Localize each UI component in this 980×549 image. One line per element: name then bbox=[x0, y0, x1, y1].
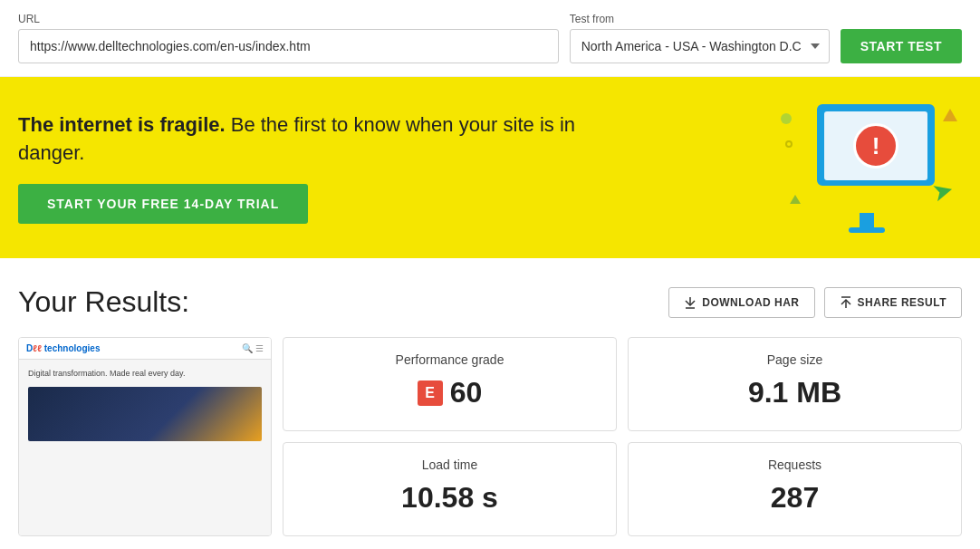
banner-headline: The internet is fragile. Be the first to… bbox=[18, 111, 634, 168]
grade-number: 60 bbox=[450, 376, 483, 409]
url-field-group: URL bbox=[18, 13, 559, 63]
requests-cell: Requests 287 bbox=[628, 442, 962, 536]
share-result-label: SHARE RESULT bbox=[858, 296, 946, 309]
performance-grade-cell: Performance grade E 60 bbox=[283, 337, 617, 431]
deco-triangle bbox=[943, 109, 957, 121]
url-label: URL bbox=[18, 13, 559, 25]
monitor-body: ! bbox=[817, 104, 935, 186]
load-time-value: 10.58 s bbox=[401, 481, 498, 515]
test-from-field-group: Test from North America - USA - Washingt… bbox=[570, 13, 830, 63]
download-icon bbox=[684, 296, 697, 309]
banner-illustration: ! ➤ bbox=[781, 104, 962, 231]
results-title: Your Results: bbox=[18, 285, 189, 319]
test-from-label: Test from bbox=[570, 13, 830, 25]
results-grid: Dℓℓ technologies 🔍 ☰ Digital transformat… bbox=[18, 337, 962, 536]
download-har-label: DOWNLOAD HAR bbox=[702, 296, 799, 309]
results-section: Your Results: DOWNLOAD HAR SHARE RESULT bbox=[0, 258, 980, 549]
results-header: Your Results: DOWNLOAD HAR SHARE RESULT bbox=[18, 285, 962, 319]
warning-icon: ! bbox=[853, 123, 898, 169]
banner-headline-bold: The internet is fragile. bbox=[18, 113, 226, 136]
mockup-body: Digital transformation. Made real every … bbox=[19, 360, 271, 535]
mockup-icons: 🔍 ☰ bbox=[242, 343, 264, 353]
monitor-stand bbox=[860, 213, 874, 227]
monitor-illustration: ! ➤ bbox=[808, 104, 953, 213]
requests-value: 287 bbox=[771, 481, 819, 515]
download-har-button[interactable]: DOWNLOAD HAR bbox=[668, 287, 814, 318]
mockup-image-area bbox=[28, 387, 262, 441]
results-actions: DOWNLOAD HAR SHARE RESULT bbox=[668, 287, 962, 318]
toolbar: URL Test from North America - USA - Wash… bbox=[0, 0, 980, 77]
performance-grade-value: E 60 bbox=[418, 376, 483, 409]
share-icon bbox=[840, 296, 852, 309]
monitor-base bbox=[849, 227, 885, 233]
mockup-logo: Dℓℓ technologies bbox=[26, 343, 100, 353]
page-size-label: Page size bbox=[767, 352, 822, 367]
grade-badge: E bbox=[418, 380, 443, 406]
deco-circle-1 bbox=[781, 113, 792, 124]
deco-triangle-2 bbox=[790, 195, 801, 204]
screenshot-mockup: Dℓℓ technologies 🔍 ☰ Digital transformat… bbox=[19, 338, 271, 535]
page-size-cell: Page size 9.1 MB bbox=[628, 337, 962, 431]
banner: The internet is fragile. Be the first to… bbox=[0, 77, 980, 258]
deco-circle-2 bbox=[785, 140, 793, 148]
requests-label: Requests bbox=[768, 458, 821, 472]
monitor-screen: ! bbox=[824, 111, 927, 180]
mockup-tagline: Digital transformation. Made real every … bbox=[28, 369, 262, 378]
banner-content: The internet is fragile. Be the first to… bbox=[18, 111, 634, 224]
mockup-header: Dℓℓ technologies 🔍 ☰ bbox=[19, 338, 271, 360]
start-test-button[interactable]: START TEST bbox=[841, 29, 962, 63]
test-from-select[interactable]: North America - USA - Washington D.C Eur… bbox=[570, 29, 830, 63]
url-input[interactable] bbox=[18, 29, 559, 63]
load-time-cell: Load time 10.58 s bbox=[283, 442, 617, 536]
page-size-value: 9.1 MB bbox=[748, 376, 841, 409]
cursor-icon: ➤ bbox=[928, 174, 956, 208]
banner-cta-button[interactable]: START YOUR FREE 14-DAY TRIAL bbox=[18, 184, 308, 224]
screenshot-cell: Dℓℓ technologies 🔍 ☰ Digital transformat… bbox=[18, 337, 272, 536]
performance-grade-label: Performance grade bbox=[396, 352, 504, 367]
share-result-button[interactable]: SHARE RESULT bbox=[824, 287, 962, 318]
load-time-label: Load time bbox=[422, 458, 477, 472]
